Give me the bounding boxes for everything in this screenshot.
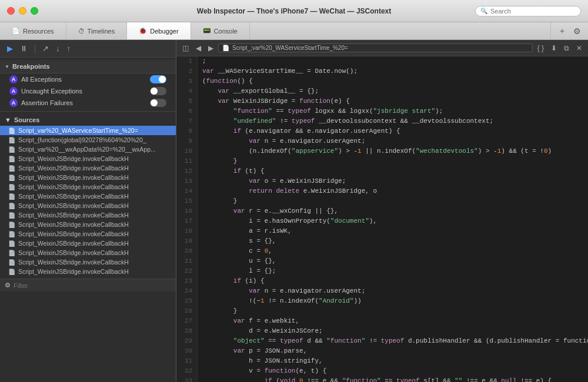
tab-bar: 📄 Resources ⏱ Timelines 🐞 Debugger 📟 Con… [0,22,588,40]
source-file-item[interactable]: 📄Script_var%20__wxAppData%20=%20__wxApp.… [0,145,176,154]
source-file-item[interactable]: 📄Script_WeixinJSBridge.invokeCallbackH [0,163,176,173]
line-number: 22 [181,266,192,276]
line-numbers: 1234567891011121314151617181920212223242… [176,56,198,382]
line-number: 21 [181,256,192,266]
source-file-item[interactable]: 📄Script_{function(global}920278%604%20%2… [0,135,176,145]
line-number: 2 [181,66,192,76]
add-tab-button[interactable]: ＋ [556,25,569,38]
line-number: 15 [181,196,192,206]
step-into-button[interactable]: ↓ [54,43,62,54]
source-file-item[interactable]: 📄Script_WeixinJSBridge.invokeCallbackH [0,229,176,239]
pause-button[interactable]: ⏸ [18,43,30,54]
toolbar-separator [35,44,35,53]
code-line: "undefined" != typeof __devtoolssubconte… [202,116,583,126]
line-number: 9 [181,136,192,146]
code-line: !(−1 != n.indexOf("Android")) [202,296,583,306]
line-number: 32 [181,366,192,376]
file-icon: 📄 [8,165,15,172]
code-line: if (e.navigator && e.navigator.userAgent… [202,126,583,136]
download-button[interactable]: ⬇ [549,43,559,53]
code-line: (function() { [202,76,583,86]
line-number: 27 [181,316,192,326]
file-icon: 📄 [8,259,15,266]
line-number: 12 [181,166,192,176]
source-file-item[interactable]: 📄Script_WeixinJSBridge.invokeCallbackH [0,173,176,182]
search-input[interactable] [490,8,576,15]
format-button[interactable]: { } [535,43,546,53]
code-line: var __exportGlobal__ = {}; [202,86,583,96]
source-file-item[interactable]: 📄Script_var%20_WAServiceStartTime_%20= [0,126,176,135]
line-number: 6 [181,106,192,116]
code-toolbar: ◫ ◀ ▶ 📄 Script_;var%20_WAServiceStartTim… [176,40,588,56]
line-number: 10 [181,146,192,156]
line-number: 19 [181,236,192,246]
source-file-item[interactable]: 📄Script_WeixinJSBridge.invokeCallbackH [0,267,176,276]
file-icon: 📄 [8,193,15,200]
source-file-item[interactable]: 📄Script_WeixinJSBridge.invokeCallbackH [0,192,176,201]
line-number: 24 [181,286,192,296]
sources-header[interactable]: ▼ Sources [0,114,176,126]
source-list: 📄Script_var%20_WAServiceStartTime_%20=📄S… [0,126,176,276]
file-icon: 📄 [8,240,15,247]
line-number: 25 [181,296,192,306]
source-file-item[interactable]: 📄Script_WeixinJSBridge.invokeCallbackH [0,154,176,163]
line-number: 3 [181,76,192,86]
assertion-failures-toggle[interactable] [150,99,166,107]
minimize-button[interactable] [19,7,26,15]
code-line: if (i) { [202,276,583,286]
uncaught-icon: A [9,87,18,95]
code-line: h = JSON.stringify, [202,356,583,366]
file-icon: 📄 [8,128,15,134]
code-view[interactable]: 1234567891011121314151617181920212223242… [176,56,588,382]
tab-console[interactable]: 📟 Console [191,22,250,39]
file-icon: 📄 [8,156,15,162]
search-box[interactable]: 🔍 [475,6,581,16]
source-file-item[interactable]: 📄Script_WeixinJSBridge.invokeCallbackH [0,201,176,210]
file-icon: 📄 [8,212,15,219]
source-file-item[interactable]: 📄Script_WeixinJSBridge.invokeCallbackH [0,210,176,220]
code-line: var WeixinJSBridge = function(e) { [202,96,583,106]
forward-button[interactable]: ▶ [206,43,216,53]
maximize-button[interactable] [31,7,38,15]
line-number: 1 [181,56,192,66]
uncaught-exceptions-toggle[interactable] [150,87,166,95]
all-exceptions-toggle[interactable] [150,75,166,83]
collapse-triangle: ▼ [5,64,9,69]
code-line: l = {}; [202,266,583,276]
play-button[interactable]: ▶ [5,43,15,54]
code-content: ;var __WAServiceStartTime__ = Date.now()… [198,56,588,382]
bp-all-exceptions[interactable]: A All Exceptions [0,73,176,85]
bp-assertion-failures[interactable]: A Assertion Failures [0,97,176,109]
tab-timelines[interactable]: ⏱ Timelines [66,22,128,39]
settings-button[interactable]: ⚙ [571,25,583,37]
source-file-item[interactable]: 📄Script_WeixinJSBridge.invokeCallbackH [0,239,176,248]
code-line: } [202,306,583,316]
filter-input[interactable] [14,282,171,289]
source-file-item[interactable]: 📄Script_WeixinJSBridge.invokeCallbackH [0,182,176,192]
step-over-button[interactable]: ↗ [40,43,51,54]
copy-button[interactable]: ⧉ [562,43,572,53]
close-code-button[interactable]: ✕ [574,43,584,53]
line-number: 28 [181,326,192,336]
source-file-item[interactable]: 📄Script_WeixinJSBridge.invokeCallbackH [0,248,176,257]
line-number: 7 [181,116,192,126]
assertion-icon: A [9,99,18,107]
source-file-item[interactable]: 📄Script_WeixinJSBridge.invokeCallbackH [0,220,176,229]
source-file-item[interactable]: 📄Script_WeixinJSBridge.invokeCallbackH [0,257,176,267]
code-line: var f = e.webkit, [202,316,583,326]
back-button[interactable]: ◀ [193,43,203,53]
file-icon: 📄 [8,137,15,143]
window-controls [7,7,38,15]
filter-bar: ⚙ [0,279,176,291]
line-number: 30 [181,346,192,356]
breakpoints-header[interactable]: ▼ Breakpoints [0,60,176,73]
sidebar-toggle-button[interactable]: ◫ [180,43,191,53]
tab-resources[interactable]: 📄 Resources [0,22,66,39]
line-number: 23 [181,276,192,286]
step-out-button[interactable]: ↑ [65,43,74,54]
code-line: var __WAServiceStartTime__ = Date.now(); [202,66,583,76]
bp-uncaught-exceptions[interactable]: A Uncaught Exceptions [0,85,176,97]
close-button[interactable] [7,7,15,15]
file-icon: 📄 [8,250,15,256]
tab-debugger[interactable]: 🐞 Debugger [127,22,191,39]
